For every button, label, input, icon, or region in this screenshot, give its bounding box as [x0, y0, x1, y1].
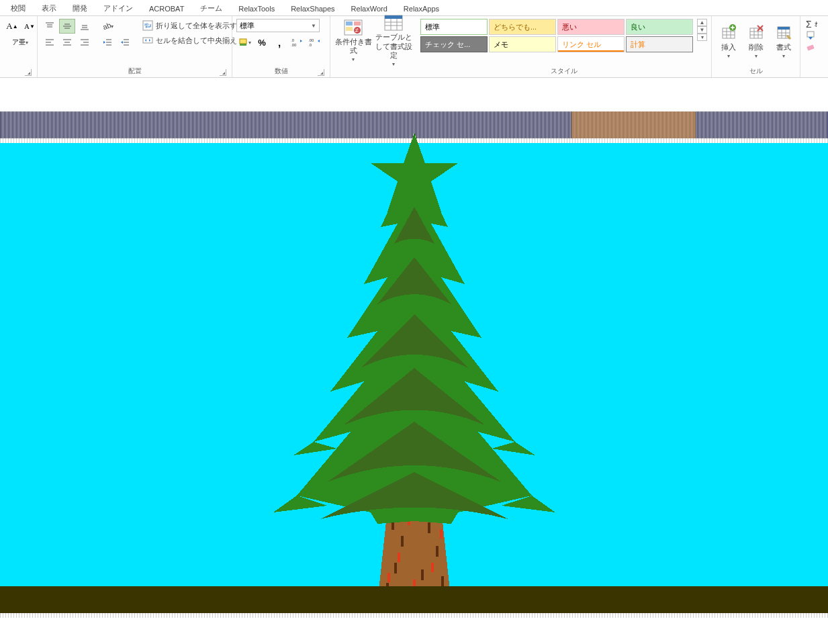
- phonetic-guide-button[interactable]: ア亜▾: [4, 35, 36, 50]
- svg-marker-31: [145, 39, 146, 42]
- svg-text:.00: .00: [308, 38, 314, 42]
- svg-text:ab: ab: [144, 22, 149, 26]
- increase-indent-button[interactable]: [117, 35, 133, 50]
- increase-font-button[interactable]: A▲: [4, 19, 20, 34]
- svg-rect-34: [240, 44, 246, 46]
- accounting-format-button[interactable]: ▾: [236, 35, 252, 50]
- blank-rows: [0, 78, 828, 111]
- increase-decimal-button[interactable]: .0.00: [289, 35, 305, 50]
- ribbon: A▲ A▼ ア亜▾: [0, 16, 828, 78]
- chevron-down-icon: ▼: [311, 23, 316, 29]
- svg-rect-85: [398, 553, 400, 562]
- align-left-button[interactable]: [42, 35, 58, 50]
- svg-rect-80: [394, 563, 397, 573]
- align-middle-button[interactable]: [59, 19, 75, 34]
- ribbon-tabs: 校閲 表示 開発 アドイン ACROBAT チーム RelaxTools Rel…: [0, 0, 828, 16]
- percent-label: %: [258, 38, 266, 48]
- eraser-icon: [806, 42, 815, 51]
- decrease-decimal-button[interactable]: .00.0: [306, 35, 322, 50]
- tab-relaxword[interactable]: RelaxWord: [343, 2, 396, 15]
- svg-text:.0: .0: [308, 43, 312, 47]
- svg-rect-86: [431, 563, 434, 572]
- wrap-text-icon: ab: [142, 20, 153, 31]
- cell-style-6[interactable]: リンク セル: [557, 36, 625, 52]
- conditional-formatting-icon: ≠: [342, 19, 364, 36]
- tab-relaxtools[interactable]: RelaxTools: [230, 2, 283, 15]
- tab-view[interactable]: 表示: [34, 1, 64, 16]
- cell-style-2[interactable]: 悪い: [557, 19, 625, 35]
- percent-style-button[interactable]: %: [254, 35, 270, 50]
- cell-style-5[interactable]: メモ: [489, 36, 556, 52]
- svg-text:ab: ab: [101, 21, 111, 31]
- svg-marker-96: [492, 442, 535, 455]
- format-cells-icon: [773, 23, 794, 42]
- svg-rect-67: [778, 27, 790, 30]
- wrap-text-label: 折り返して全体を表示する: [156, 21, 244, 31]
- group-styles-title: スタイル: [551, 67, 578, 75]
- number-dialog-launcher[interactable]: [318, 69, 324, 76]
- tab-review[interactable]: 校閲: [3, 1, 34, 16]
- pixel-art-canvas: [0, 143, 828, 613]
- decrease-font-button[interactable]: A▼: [21, 19, 38, 34]
- svg-rect-82: [441, 576, 444, 587]
- delete-cells-icon: [745, 23, 767, 42]
- format-as-table-icon: [383, 14, 404, 32]
- tab-dev[interactable]: 開発: [64, 1, 95, 16]
- merge-center-button[interactable]: セルを結合して中央揃え ▾: [140, 34, 247, 47]
- delete-cells-button[interactable]: 削除▾: [743, 19, 768, 63]
- ground-strip: [0, 586, 828, 613]
- insert-cells-button[interactable]: 挿入▾: [716, 19, 741, 63]
- worksheet-area[interactable]: [0, 78, 828, 618]
- autosum-button[interactable]: Σｵ: [804, 19, 819, 30]
- number-format-select[interactable]: 標準 ▼: [236, 19, 320, 32]
- orientation-button[interactable]: ab▾: [99, 19, 116, 34]
- comma-style-button[interactable]: ,: [271, 35, 287, 50]
- align-center-button[interactable]: [59, 35, 75, 50]
- group-number: 標準 ▼ ▾ % , .0.00 .00.0 数値: [232, 16, 330, 77]
- cell-style-1[interactable]: どちらでも...: [489, 19, 556, 35]
- decrease-indent-button[interactable]: [99, 35, 116, 50]
- fill-down-icon: [806, 31, 815, 40]
- svg-rect-74: [807, 44, 814, 50]
- format-cells-button[interactable]: 書式▾: [771, 19, 796, 63]
- tab-addin[interactable]: アドイン: [95, 1, 141, 16]
- tab-relaxshapes[interactable]: RelaxShapes: [283, 2, 342, 15]
- gallery-more[interactable]: ▾: [697, 34, 707, 41]
- christmas-tree-drawing: [226, 133, 602, 616]
- group-font: A▲ A▼ ア亜▾: [0, 16, 38, 77]
- align-bottom-button[interactable]: [77, 19, 93, 34]
- tab-acrobat[interactable]: ACROBAT: [141, 2, 192, 15]
- cell-style-7[interactable]: 計算: [626, 36, 693, 52]
- group-number-title: 数値: [275, 67, 288, 75]
- tab-relaxapps[interactable]: RelaxApps: [396, 2, 447, 15]
- align-right-button[interactable]: [77, 35, 93, 50]
- group-alignment-title: 配置: [128, 67, 142, 75]
- cell-style-4[interactable]: チェック セ...: [420, 36, 488, 52]
- align-top-button[interactable]: [42, 19, 58, 34]
- svg-rect-48: [385, 15, 402, 19]
- fill-button[interactable]: [804, 31, 819, 40]
- tab-team[interactable]: チーム: [192, 1, 230, 16]
- conditional-formatting-button[interactable]: ≠ 条件付き書式 ▾: [334, 19, 372, 63]
- font-dialog-launcher[interactable]: [25, 69, 32, 76]
- svg-rect-72: [807, 32, 814, 37]
- wrap-text-button[interactable]: ab 折り返して全体を表示する: [140, 19, 247, 32]
- svg-marker-32: [149, 39, 150, 42]
- format-as-table-label: テーブルとして書式設定: [375, 33, 412, 60]
- format-as-table-button[interactable]: テーブルとして書式設定 ▾: [375, 19, 412, 63]
- cell-style-0[interactable]: 標準: [420, 19, 488, 35]
- comma-label: ,: [278, 37, 281, 48]
- group-alignment: ab▾ ab 折り返して全体を表示する セルを結合: [38, 16, 232, 77]
- merge-center-label: セルを結合して中央揃え: [156, 36, 237, 46]
- number-format-value: 標準: [240, 21, 255, 31]
- clear-button[interactable]: [804, 42, 819, 51]
- svg-rect-44: [346, 27, 353, 31]
- svg-text:.00: .00: [291, 43, 297, 47]
- svg-marker-37: [300, 40, 302, 42]
- gallery-scroll-up[interactable]: ▲: [697, 19, 707, 26]
- alignment-dialog-launcher[interactable]: [220, 69, 226, 76]
- svg-marker-40: [318, 40, 320, 42]
- cell-style-3[interactable]: 良い: [626, 19, 693, 35]
- gallery-scroll-down[interactable]: ▼: [697, 26, 707, 34]
- group-editing: Σｵ: [800, 16, 827, 77]
